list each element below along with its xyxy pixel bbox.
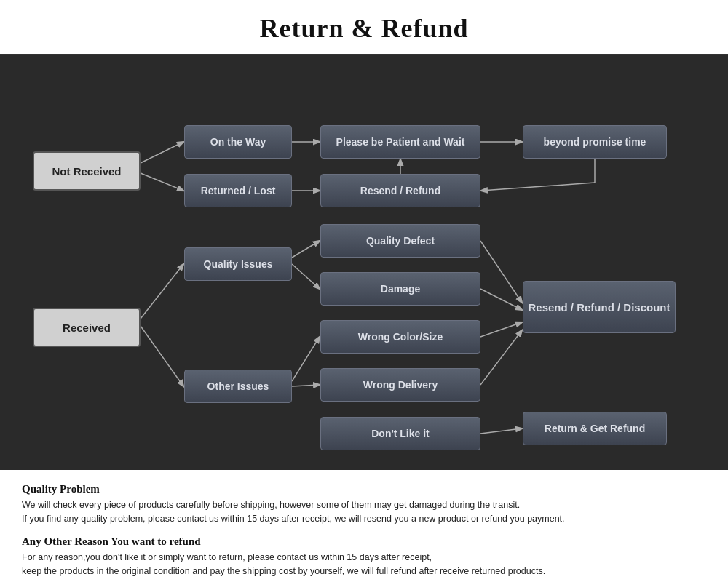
text-area: Quality Problem We will check every piec… [0, 470, 728, 582]
wrong-delivery-box: Wrong Delivery [320, 368, 480, 402]
svg-line-1 [141, 173, 183, 191]
svg-line-15 [480, 289, 522, 310]
resend-refund-discount-box: Resend / Refund / Discount [523, 281, 676, 333]
arrows-svg [0, 55, 728, 470]
other-issues-box: Other Issues [184, 370, 292, 403]
svg-line-11 [292, 264, 320, 289]
dont-like-box: Don't Like it [320, 417, 480, 450]
not-received-box: Not Received [33, 151, 141, 191]
svg-line-13 [292, 385, 320, 386]
svg-line-8 [141, 264, 183, 319]
svg-line-9 [141, 326, 183, 386]
other-reason-para1: For any reason,you don't like it or simp… [22, 551, 706, 579]
please-patient-box: Please be Patient and Wait [320, 125, 480, 159]
svg-line-10 [292, 241, 320, 258]
svg-line-6 [481, 183, 595, 191]
wrong-color-size-box: Wrong Color/Size [320, 320, 480, 354]
returned-lost-box: Returned / Lost [184, 174, 292, 207]
diagram-area: Not Received On the Way Returned / Lost … [0, 55, 728, 470]
received-box: Received [33, 308, 141, 347]
other-reason-section: Any Other Reason You want to refund For … [22, 535, 706, 582]
quality-problem-text: We will check every piece of products ca… [22, 498, 706, 527]
beyond-promise-box: beyond promise time [523, 125, 667, 159]
other-reason-heading: Any Other Reason You want to refund [22, 535, 706, 548]
page-title: Return & Refund [0, 13, 728, 44]
svg-line-18 [480, 428, 522, 434]
quality-problem-heading: Quality Problem [22, 483, 706, 495]
svg-line-14 [480, 241, 522, 303]
quality-defect-box: Quality Defect [320, 224, 480, 258]
return-get-refund-box: Return & Get Refund [523, 412, 667, 445]
page-header: Return & Refund [0, 0, 728, 55]
svg-line-12 [292, 337, 320, 381]
svg-line-0 [141, 142, 183, 163]
svg-line-17 [480, 330, 522, 385]
damage-box: Damage [320, 272, 480, 306]
on-the-way-box: On the Way [184, 125, 292, 159]
quality-issues-box: Quality Issues [184, 247, 292, 281]
svg-line-16 [480, 322, 522, 337]
quality-problem-section: Quality Problem We will check every piec… [22, 483, 706, 527]
resend-refund-1-box: Resend / Refund [320, 174, 480, 207]
